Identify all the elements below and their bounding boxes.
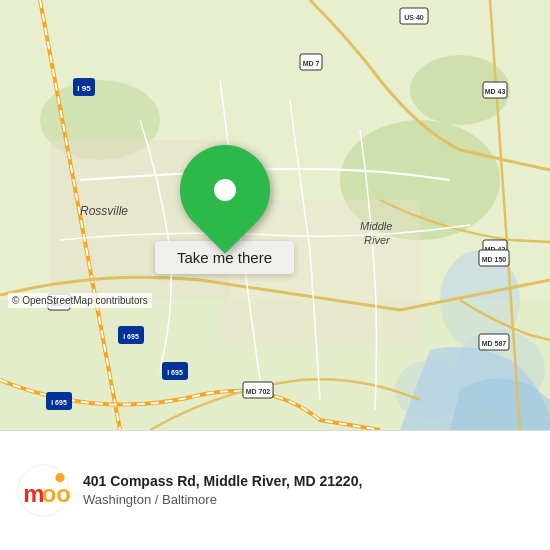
svg-text:MD 7: MD 7 xyxy=(303,60,320,67)
city-line: Washington / Baltimore xyxy=(83,491,534,509)
info-panel: m oovit 401 Compass Rd, Middle River, MD… xyxy=(0,430,550,550)
location-pin-overlay[interactable]: Take me there xyxy=(155,145,294,274)
moovit-logo: m oovit xyxy=(16,463,71,518)
svg-text:US 40: US 40 xyxy=(404,14,424,21)
osm-credit: © OpenStreetMap contributors xyxy=(8,293,152,308)
svg-text:I 695: I 695 xyxy=(123,333,139,340)
svg-text:MD 150: MD 150 xyxy=(482,256,507,263)
svg-text:MD 587: MD 587 xyxy=(482,340,507,347)
svg-text:oovit: oovit xyxy=(42,480,71,507)
svg-text:River: River xyxy=(364,234,391,246)
svg-text:I 95: I 95 xyxy=(77,84,91,93)
map-pin xyxy=(161,126,288,253)
svg-text:Middle: Middle xyxy=(360,220,392,232)
map-container: I 95 US 40 MD 7 MD 43 MD 43 MD 7 I 695 I… xyxy=(0,0,550,430)
address-line: 401 Compass Rd, Middle River, MD 21220, xyxy=(83,472,534,492)
pin-dot xyxy=(214,179,236,201)
svg-text:MD 702: MD 702 xyxy=(246,388,271,395)
svg-text:Rossville: Rossville xyxy=(80,204,128,218)
address-info: 401 Compass Rd, Middle River, MD 21220, … xyxy=(83,472,534,510)
svg-text:I 695: I 695 xyxy=(167,369,183,376)
svg-point-40 xyxy=(55,473,64,482)
svg-text:MD 43: MD 43 xyxy=(485,88,506,95)
svg-text:I 695: I 695 xyxy=(51,399,67,406)
